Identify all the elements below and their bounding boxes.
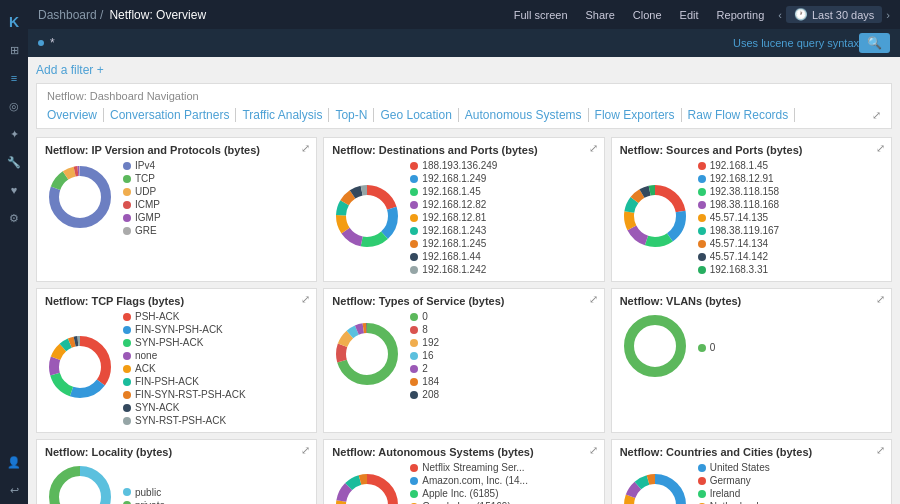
legend-dot-icon <box>410 352 418 360</box>
sidebar-icon-gear[interactable]: ⚙ <box>4 208 24 228</box>
legend-dot-icon <box>123 175 131 183</box>
nav-link-overview[interactable]: Overview <box>47 108 104 122</box>
breadcrumb: Dashboard / <box>38 8 103 22</box>
donut-wrap-vlans <box>620 311 690 384</box>
legend-item: Germany <box>698 475 781 486</box>
chart-title-countries-cities: Netflow: Countries and Cities (bytes) <box>620 446 883 458</box>
expand-icon-sources-ports[interactable]: ⤢ <box>876 142 885 155</box>
svg-point-7 <box>346 195 388 237</box>
legend-item: 2 <box>410 363 439 374</box>
legend-item: 192 <box>410 337 439 348</box>
legend-label: 45.57.14.134 <box>710 238 768 249</box>
expand-icon-ip-version[interactable]: ⤢ <box>301 142 310 155</box>
nav-prev-button[interactable]: ‹ <box>778 9 782 21</box>
sidebar-logo: K <box>4 12 24 32</box>
legend-item: SYN-RST-PSH-ACK <box>123 415 246 426</box>
chart-title-ip-version: Netflow: IP Version and Protocols (bytes… <box>45 144 308 156</box>
legend-label: 192.168.3.31 <box>710 264 768 275</box>
chart-title-locality: Netflow: Locality (bytes) <box>45 446 308 458</box>
nav-next-button[interactable]: › <box>886 9 890 21</box>
donut-svg-vlans <box>620 311 690 381</box>
nav-expand-button[interactable]: ⤢ <box>872 109 881 122</box>
donut-wrap-destinations-ports <box>332 181 402 254</box>
nav-link-flow-exporters[interactable]: Flow Exporters <box>589 108 682 122</box>
legend-label: SYN-ACK <box>135 402 179 413</box>
legend-item: Netflix Streaming Ser... <box>410 462 528 473</box>
legend-label: Netflix Streaming Ser... <box>422 462 524 473</box>
nav-link-conversation[interactable]: Conversation Partners <box>104 108 236 122</box>
chart-card-tcp-flags: Netflow: TCP Flags (bytes)⤢PSH-ACKFIN-SY… <box>36 288 317 433</box>
expand-icon-vlans[interactable]: ⤢ <box>876 293 885 306</box>
legend-dot-icon <box>698 344 706 352</box>
search-query[interactable]: * <box>50 36 55 50</box>
search-button[interactable]: 🔍 <box>859 33 890 53</box>
chart-card-vlans: Netflow: VLANs (bytes)⤢0 <box>611 288 892 433</box>
legend-item: 16 <box>410 350 439 361</box>
legend-dot-icon <box>123 488 131 496</box>
legend-item: Amazon.com, Inc. (14... <box>410 475 528 486</box>
legend-label: 192.168.12.81 <box>422 212 486 223</box>
legend-dot-icon <box>698 477 706 485</box>
sidebar-icon-list[interactable]: ≡ <box>4 68 24 88</box>
expand-icon-destinations-ports[interactable]: ⤢ <box>589 142 598 155</box>
expand-icon-types-of-service[interactable]: ⤢ <box>589 293 598 306</box>
legend-dot-icon <box>123 227 131 235</box>
sidebar-icon-wrench[interactable]: 🔧 <box>4 152 24 172</box>
sidebar-icon-circle[interactable]: ◎ <box>4 96 24 116</box>
date-range[interactable]: 🕐 Last 30 days <box>786 6 882 23</box>
share-button[interactable]: Share <box>582 7 619 23</box>
reporting-button[interactable]: Reporting <box>713 7 769 23</box>
legend-label: 198.38.119.167 <box>710 225 780 236</box>
legend-item: 192.168.1.243 <box>410 225 497 236</box>
fullscreen-button[interactable]: Full screen <box>510 7 572 23</box>
legend-dot-icon <box>410 214 418 222</box>
legend-item: 192.168.1.45 <box>698 160 780 171</box>
legend-label: SYN-PSH-ACK <box>135 337 203 348</box>
main-area: Dashboard / Netflow: Overview Full scree… <box>28 0 900 504</box>
sidebar-icon-heart[interactable]: ♥ <box>4 180 24 200</box>
nav-link-autonomous[interactable]: Autonomous Systems <box>459 108 589 122</box>
legend-item: PSH-ACK <box>123 311 246 322</box>
legend-item: ICMP <box>123 199 161 210</box>
sidebar-icon-star[interactable]: ✦ <box>4 124 24 144</box>
topbar: Dashboard / Netflow: Overview Full scree… <box>28 0 900 29</box>
nav-link-traffic[interactable]: Traffic Analysis <box>236 108 329 122</box>
expand-icon-locality[interactable]: ⤢ <box>301 444 310 457</box>
chart-card-autonomous-systems: Netflow: Autonomous Systems (bytes)⤢Netf… <box>323 439 604 504</box>
clone-button[interactable]: Clone <box>629 7 666 23</box>
legend-item: 188.193.136.249 <box>410 160 497 171</box>
legend-label: FIN-SYN-RST-PSH-ACK <box>135 389 246 400</box>
legend-dot-icon <box>123 188 131 196</box>
edit-button[interactable]: Edit <box>676 7 703 23</box>
legend-label: 16 <box>422 350 433 361</box>
nav-link-raw-flow[interactable]: Raw Flow Records <box>682 108 796 122</box>
search-dot-icon <box>38 40 44 46</box>
expand-icon-autonomous-systems[interactable]: ⤢ <box>589 444 598 457</box>
legend-dot-icon <box>410 227 418 235</box>
expand-icon-countries-cities[interactable]: ⤢ <box>876 444 885 457</box>
sidebar-icon-exit[interactable]: ↩ <box>4 480 24 500</box>
legend-item: 184 <box>410 376 439 387</box>
nav-link-geo[interactable]: Geo Location <box>374 108 458 122</box>
legend-dot-icon <box>410 464 418 472</box>
legend-item: IGMP <box>123 212 161 223</box>
legend-autonomous-systems: Netflix Streaming Ser...Amazon.com, Inc.… <box>410 462 528 504</box>
sidebar-icon-grid[interactable]: ⊞ <box>4 40 24 60</box>
legend-label: public <box>135 487 161 498</box>
legend-locality: publicprivate <box>123 487 165 505</box>
legend-label: 188.193.136.249 <box>422 160 497 171</box>
legend-countries-cities: United StatesGermanyIrelandNetherlandsUn… <box>698 462 781 504</box>
sidebar-icon-user[interactable]: 👤 <box>4 452 24 472</box>
chart-body-types-of-service: 08192162184208 <box>332 311 595 400</box>
legend-label: IGMP <box>135 212 161 223</box>
legend-item: public <box>123 487 165 498</box>
legend-label: 192.168.1.249 <box>422 173 486 184</box>
chart-body-destinations-ports: 188.193.136.249192.168.1.249192.168.1.45… <box>332 160 595 275</box>
chart-body-sources-ports: 192.168.1.45192.168.12.91192.38.118.1581… <box>620 160 883 275</box>
legend-dot-icon <box>410 391 418 399</box>
legend-item: 192.168.12.91 <box>698 173 780 184</box>
legend-item: FIN-SYN-RST-PSH-ACK <box>123 389 246 400</box>
nav-link-topn[interactable]: Top-N <box>329 108 374 122</box>
expand-icon-tcp-flags[interactable]: ⤢ <box>301 293 310 306</box>
add-filter-button[interactable]: Add a filter + <box>36 63 104 77</box>
